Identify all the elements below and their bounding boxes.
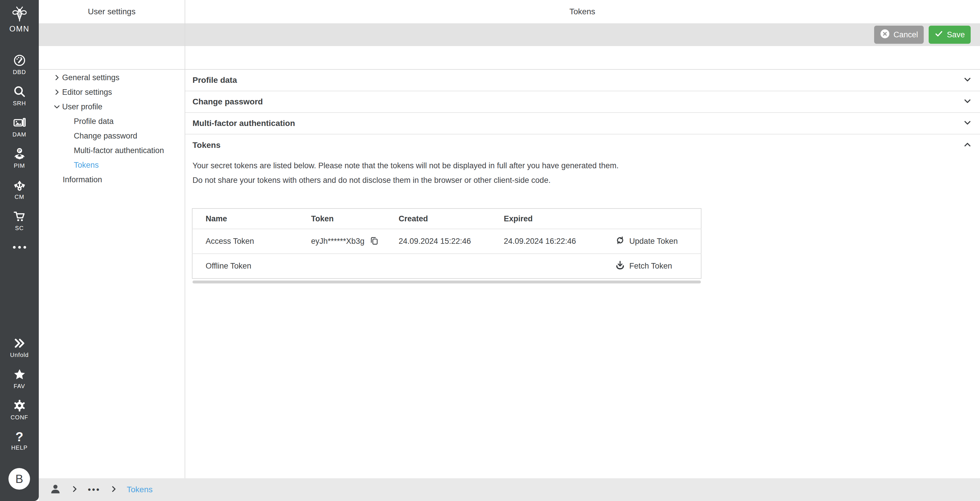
tree-item-tokens[interactable]: Tokens xyxy=(39,158,185,172)
rail-item-help[interactable]: ? HELP xyxy=(0,425,39,456)
tree-item-multi-factor-authentication[interactable]: Multi-factor authentication xyxy=(39,143,185,158)
action-label: Fetch Token xyxy=(629,262,672,270)
rail-item-conf[interactable]: CONF xyxy=(0,394,39,425)
accordion-multi-factor-authentication[interactable]: Multi-factor authentication xyxy=(185,113,980,134)
update-token-button[interactable]: Update Token xyxy=(615,235,678,248)
cell-token-value xyxy=(298,254,385,278)
cancel-button[interactable]: Cancel xyxy=(874,25,924,44)
app-logo[interactable]: OMN xyxy=(0,6,39,33)
cell-token-created xyxy=(386,254,491,278)
rail-item-label: CM xyxy=(14,194,24,200)
table-row-access-token: Access Token eyJh******Xb3g xyxy=(192,229,701,254)
app-logo-label: OMN xyxy=(10,24,29,33)
accordion-label: Multi-factor authentication xyxy=(192,119,295,128)
rail-item-label: SC xyxy=(15,225,24,232)
product-box-icon: P xyxy=(13,147,26,161)
user-avatar[interactable]: B xyxy=(8,468,30,490)
cancel-button-label: Cancel xyxy=(893,30,918,39)
tree-item-general-settings[interactable]: General settings xyxy=(39,70,185,85)
accordion-tokens[interactable]: Tokens xyxy=(185,134,980,156)
cancel-circle-x-icon xyxy=(880,29,890,41)
svg-text:P: P xyxy=(18,148,21,153)
fetch-token-button[interactable]: Fetch Token xyxy=(615,260,672,272)
rail-item-label: PIM xyxy=(14,162,25,169)
rail-item-unfold[interactable]: Unfold xyxy=(0,332,39,363)
chevron-down-icon xyxy=(963,118,972,129)
rail-item-label: FAV xyxy=(14,383,25,390)
save-button-label: Save xyxy=(947,30,965,39)
action-label: Update Token xyxy=(629,237,678,246)
tree-item-change-password[interactable]: Change password xyxy=(39,129,185,143)
tokens-description-line1: Your secret tokens are listed below. Ple… xyxy=(192,158,980,173)
tree-item-label: Multi-factor authentication xyxy=(74,146,164,155)
settings-tree: General settings Editor settings User pr… xyxy=(39,70,185,187)
rail-item-dbd[interactable]: DBD xyxy=(0,49,39,80)
save-button[interactable]: Save xyxy=(929,25,970,44)
rail-item-label: Unfold xyxy=(10,352,29,358)
tree-item-label: User profile xyxy=(62,102,102,111)
tokens-section-body: Your secret tokens are listed below. Ple… xyxy=(185,156,980,283)
accordion-list: Profile data Change password Multi-facto… xyxy=(185,70,980,283)
tree-item-label: Editor settings xyxy=(62,88,112,97)
copy-token-button[interactable] xyxy=(369,236,379,247)
rail-item-label: CONF xyxy=(11,414,28,421)
tree-item-profile-data[interactable]: Profile data xyxy=(39,114,185,129)
tree-item-label: Information xyxy=(63,175,102,184)
main-panel: Tokens Profile data Change password Mult… xyxy=(185,0,980,478)
accordion-change-password[interactable]: Change password xyxy=(185,91,980,113)
tree-item-label: Tokens xyxy=(74,161,99,170)
tree-item-editor-settings[interactable]: Editor settings xyxy=(39,85,185,99)
rail-item-pim[interactable]: P PIM xyxy=(0,143,39,174)
column-header-actions xyxy=(602,208,701,229)
tree-item-label: General settings xyxy=(62,73,119,82)
rail-nav: DBD SRH xyxy=(0,49,39,259)
app-rail: OMN DBD xyxy=(0,0,39,501)
accordion-label: Tokens xyxy=(192,140,221,150)
copy-icon xyxy=(369,236,379,247)
accordion-label: Profile data xyxy=(192,76,237,85)
refresh-icon xyxy=(615,235,625,248)
tree-item-label: Change password xyxy=(74,132,137,140)
cell-token-value: eyJh******Xb3g xyxy=(311,237,364,246)
table-row-offline-token: Offline Token xyxy=(192,254,701,278)
rail-item-cm[interactable]: CM xyxy=(0,174,39,205)
tokens-description: Your secret tokens are listed below. Ple… xyxy=(185,156,980,188)
tokens-description-line2: Do not share your tokens with others and… xyxy=(192,173,980,188)
settings-panel-title: User settings xyxy=(39,0,185,23)
chevron-down-icon xyxy=(53,103,62,111)
breadcrumb-collapsed-items[interactable]: ••• xyxy=(88,485,100,495)
rail-more-button[interactable] xyxy=(0,236,39,259)
question-icon: ? xyxy=(16,431,23,443)
breadcrumb-current-page[interactable]: Tokens xyxy=(127,485,153,494)
rail-item-fav[interactable]: FAV xyxy=(0,363,39,394)
main-panel-title: Tokens xyxy=(185,0,980,23)
download-icon xyxy=(615,260,625,272)
panel-divider xyxy=(185,0,185,478)
rail-item-label: DBD xyxy=(13,69,26,76)
rail-item-sc[interactable]: SC xyxy=(0,205,39,236)
chevron-up-icon xyxy=(963,140,972,151)
ellipsis-icon xyxy=(11,245,28,251)
media-assets-icon xyxy=(13,116,26,129)
column-header-token: Token xyxy=(298,208,385,229)
gear-icon xyxy=(13,399,26,412)
tree-item-information[interactable]: Information xyxy=(39,172,185,187)
accordion-profile-data[interactable]: Profile data xyxy=(185,70,980,91)
rail-item-srh[interactable]: SRH xyxy=(0,80,39,111)
chevron-right-icon xyxy=(110,485,118,495)
accordion-label: Change password xyxy=(192,97,263,107)
rail-item-dam[interactable]: DAM xyxy=(0,111,39,143)
shopping-cart-icon xyxy=(13,210,26,223)
chevron-down-icon xyxy=(963,75,972,86)
avatar-initial: B xyxy=(16,472,23,485)
dashboard-icon xyxy=(13,54,26,67)
tokens-table: Name Token Created Expired Access Token xyxy=(192,208,702,279)
user-icon[interactable] xyxy=(49,483,62,496)
settings-panel: User settings General settings Editor se… xyxy=(39,0,185,478)
tree-item-user-profile[interactable]: User profile xyxy=(39,99,185,114)
chevron-right-icon xyxy=(53,74,62,81)
chevron-right-icon xyxy=(70,485,79,495)
branch-arrows-icon xyxy=(13,178,26,192)
cell-token-name: Offline Token xyxy=(192,254,298,278)
table-horizontal-scrollbar[interactable] xyxy=(192,280,701,283)
